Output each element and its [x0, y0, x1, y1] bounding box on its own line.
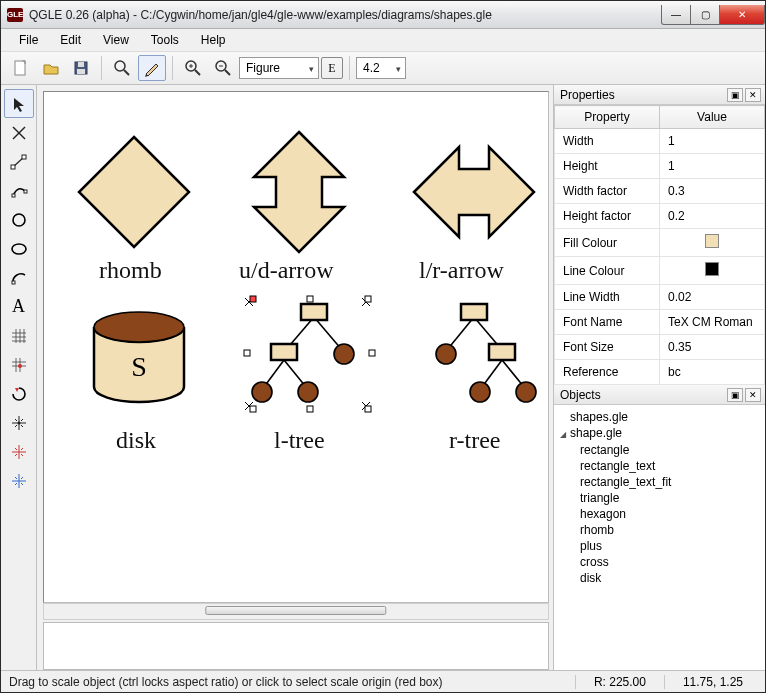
figure-mode-select[interactable]: Figure — [239, 57, 319, 79]
prop-value[interactable] — [660, 257, 765, 285]
pointer-tool[interactable] — [4, 89, 34, 118]
zoom-in-button[interactable] — [179, 55, 207, 81]
svg-text:S: S — [131, 351, 147, 382]
objects-tree[interactable]: shapes.gle shape.gle rectanglerectangle_… — [554, 405, 765, 670]
prop-value[interactable]: bc — [660, 360, 765, 385]
snap-tool-blue[interactable] — [4, 466, 34, 495]
shape-disk[interactable]: S — [94, 312, 184, 402]
menu-bar: File Edit View Tools Help — [1, 29, 765, 51]
svg-rect-18 — [12, 194, 15, 197]
prop-value[interactable]: 0.02 — [660, 285, 765, 310]
tree-item[interactable]: triangle — [580, 490, 765, 506]
prop-name[interactable]: Fill Colour — [555, 229, 660, 257]
grid-tool[interactable] — [4, 321, 34, 350]
curve-tool[interactable] — [4, 176, 34, 205]
rotate-tool[interactable] — [4, 379, 34, 408]
new-button[interactable] — [7, 55, 35, 81]
toolbar-separator — [101, 56, 102, 80]
svg-rect-49 — [369, 350, 375, 356]
prop-name[interactable]: Line Colour — [555, 257, 660, 285]
zoom-out-button[interactable] — [209, 55, 237, 81]
prop-name[interactable]: Width — [555, 129, 660, 154]
status-hint: Drag to scale object (ctrl locks aspect … — [5, 675, 575, 689]
menu-tools[interactable]: Tools — [141, 31, 189, 49]
minimize-button[interactable]: — — [661, 5, 691, 25]
snap-grid-tool[interactable] — [4, 350, 34, 379]
shape-ud-arrow[interactable] — [254, 132, 344, 252]
tree-root[interactable]: shapes.gle — [570, 409, 765, 425]
edit-tool-button[interactable] — [138, 55, 166, 81]
tree-item[interactable]: plus — [580, 538, 765, 554]
properties-close-button[interactable]: ✕ — [745, 88, 761, 102]
svg-rect-17 — [22, 155, 26, 159]
prop-value[interactable]: 1 — [660, 129, 765, 154]
shape-lr-arrow[interactable] — [414, 147, 534, 237]
prop-name[interactable]: Line Width — [555, 285, 660, 310]
snap-tool-red[interactable] — [4, 437, 34, 466]
shape-l-tree[interactable] — [244, 296, 375, 412]
prop-name[interactable]: Height — [555, 154, 660, 179]
svg-point-31 — [94, 312, 184, 342]
canvas[interactable]: S — [43, 91, 549, 603]
svg-rect-48 — [244, 350, 250, 356]
prop-name[interactable]: Width factor — [555, 179, 660, 204]
tree-item[interactable]: disk — [580, 570, 765, 586]
menu-file[interactable]: File — [9, 31, 48, 49]
prop-value[interactable]: 0.2 — [660, 204, 765, 229]
tree-item[interactable]: rectangle — [580, 442, 765, 458]
shape-r-tree[interactable] — [436, 304, 536, 402]
status-coords: 11.75, 1.25 — [664, 675, 761, 689]
tree-item[interactable]: hexagon — [580, 506, 765, 522]
prop-value[interactable]: 0.3 — [660, 179, 765, 204]
objects-undock-button[interactable]: ▣ — [727, 388, 743, 402]
tree-item[interactable]: rectangle_text — [580, 458, 765, 474]
prop-value[interactable]: TeX CM Roman — [660, 310, 765, 335]
tree-parent[interactable]: shape.gle — [560, 425, 765, 441]
arc-tool[interactable] — [4, 263, 34, 292]
svg-rect-2 — [78, 62, 84, 67]
svg-rect-44 — [250, 406, 256, 412]
prop-name[interactable]: Font Size — [555, 335, 660, 360]
menu-edit[interactable]: Edit — [50, 31, 91, 49]
zoom-tool-button[interactable] — [108, 55, 136, 81]
prop-value[interactable]: 1 — [660, 154, 765, 179]
label-r-tree: r-tree — [449, 427, 500, 454]
center-tool[interactable] — [4, 408, 34, 437]
toolbar-separator — [349, 56, 350, 80]
circle-tool[interactable] — [4, 205, 34, 234]
zoom-select[interactable]: 4.2 — [356, 57, 406, 79]
open-button[interactable] — [37, 55, 65, 81]
label-rhomb: rhomb — [99, 257, 162, 284]
toolbar: Figure E 4.2 — [1, 51, 765, 85]
svg-rect-0 — [15, 61, 25, 75]
maximize-button[interactable]: ▢ — [690, 5, 720, 25]
save-button[interactable] — [67, 55, 95, 81]
tree-item[interactable]: rectangle_text_fit — [580, 474, 765, 490]
close-button[interactable]: ✕ — [719, 5, 765, 25]
tree-item[interactable]: rhomb — [580, 522, 765, 538]
prop-name[interactable]: Reference — [555, 360, 660, 385]
menu-help[interactable]: Help — [191, 31, 236, 49]
svg-point-39 — [334, 344, 354, 364]
line-tool[interactable] — [4, 147, 34, 176]
prop-value[interactable]: 0.35 — [660, 335, 765, 360]
status-bar: Drag to scale object (ctrl locks aspect … — [1, 670, 765, 692]
svg-rect-16 — [11, 165, 15, 169]
menu-view[interactable]: View — [93, 31, 139, 49]
prop-name[interactable]: Height factor — [555, 204, 660, 229]
svg-point-57 — [470, 382, 490, 402]
eps-button[interactable]: E — [321, 57, 343, 79]
shape-rhomb[interactable] — [79, 137, 189, 247]
tree-item[interactable]: cross — [580, 554, 765, 570]
prop-name[interactable]: Font Name — [555, 310, 660, 335]
ellipse-tool[interactable] — [4, 234, 34, 263]
svg-line-7 — [195, 70, 200, 75]
properties-undock-button[interactable]: ▣ — [727, 88, 743, 102]
objects-close-button[interactable]: ✕ — [745, 388, 761, 402]
text-tool[interactable]: A — [4, 292, 34, 321]
svg-line-5 — [124, 70, 129, 75]
horizontal-scrollbar[interactable] — [43, 603, 549, 620]
x-tool[interactable] — [4, 118, 34, 147]
svg-rect-3 — [77, 69, 85, 74]
prop-value[interactable] — [660, 229, 765, 257]
